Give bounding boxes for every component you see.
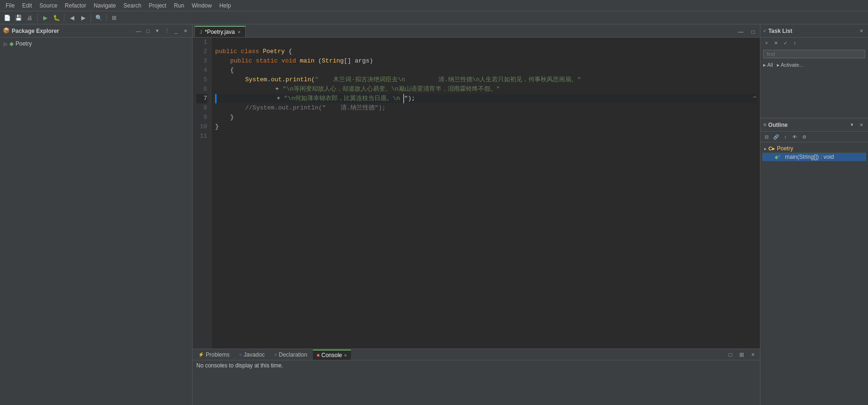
menu-refactor[interactable]: Refactor <box>61 1 90 10</box>
task-list-close-btn[interactable]: × <box>858 27 865 35</box>
ln-3: 3 <box>196 56 207 66</box>
toolbar-new[interactable]: 📄 <box>2 13 12 23</box>
bottom-min-btn[interactable]: □ <box>725 350 736 360</box>
code-line-3: public static void main ( String [] args… <box>215 56 756 66</box>
pkg-maximize-btn[interactable]: □ <box>144 27 152 35</box>
outline-filter-btn[interactable]: ⚙ <box>800 132 808 141</box>
task-del-btn[interactable]: ✕ <box>772 39 780 47</box>
outline-hide-btn[interactable]: 👁 <box>790 132 799 141</box>
main-layout: 📦 Package Explorer — □ ▾ ⋮ _ × ▷ ◆ Poetr… <box>0 24 868 405</box>
system-class: System <box>245 75 267 85</box>
task-list-title: Task List <box>768 28 856 34</box>
param-args: args <box>355 56 369 66</box>
task-find-input[interactable] <box>763 50 865 58</box>
comment-line8: //System.out.println(" 清.纳兰性德"); <box>245 103 386 113</box>
menu-navigate[interactable]: Navigate <box>90 1 119 10</box>
right-panel: ✓ Task List × + ✕ ✓ ↕ ▸ All ▸ Activate..… <box>760 24 868 405</box>
tab-close-btn[interactable]: × <box>238 29 240 35</box>
task-list-panel: ✓ Task List × + ✕ ✓ ↕ ▸ All ▸ Activate..… <box>760 24 868 118</box>
line-numbers: 1 2 3 4 5 6 7 8 9 10 11 <box>193 38 211 349</box>
cursor-bar <box>400 94 404 103</box>
pkg-minimize-btn[interactable]: — <box>135 27 142 35</box>
task-check-btn[interactable]: ✓ <box>781 39 790 47</box>
filter-activate[interactable]: ▸ Activate... <box>777 62 804 68</box>
menu-project[interactable]: Project <box>145 1 170 10</box>
toolbar-forward[interactable]: ▶ <box>78 13 88 23</box>
bottom-controls: □ ⊞ × <box>725 350 758 360</box>
pkg-menu-btn[interactable]: ▾ <box>154 27 161 35</box>
bottom-tabs: ⚡ Problems ○ Javadoc ○ Declaration ■ Con… <box>193 349 760 360</box>
pkg-view-menu-btn[interactable]: ⋮ <box>163 27 170 35</box>
string-line7: "\n何如薄幸锦衣郎，比翼连枝当日愿。\n <box>284 94 400 103</box>
tab-javadoc[interactable]: ○ Javadoc <box>235 350 269 360</box>
bottom-close-btn[interactable]: × <box>748 350 758 360</box>
outline-link-btn[interactable]: 🔗 <box>772 132 780 141</box>
package-explorer-content: ▷ ◆ Poetry <box>0 38 192 405</box>
closing-paren: "); <box>404 94 415 103</box>
tab-console[interactable]: ■ Console × <box>313 350 351 360</box>
kw-public: public <box>215 47 241 56</box>
code-line-2: public class Poetry { <box>215 47 756 56</box>
tree-label-poetry: Poetry <box>16 40 32 47</box>
problems-icon: ⚡ <box>198 352 204 357</box>
javadoc-label: Javadoc <box>244 351 265 358</box>
editor-tabs: J *Poetry.java × — □ <box>193 24 760 38</box>
task-list-header: ✓ Task List × <box>760 24 868 38</box>
toolbar: 📄 💾 🖨 ▶ 🐛 ◀ ▶ 🔍 ⊞ <box>0 11 868 24</box>
menu-window[interactable]: Window <box>188 1 216 10</box>
ln-10: 10 <box>196 122 207 132</box>
task-add-btn[interactable]: + <box>762 39 771 47</box>
code-line-9: } <box>215 113 756 122</box>
outline-method-main[interactable]: ◆* main(String[]) : void <box>762 153 866 161</box>
console-icon: ■ <box>317 352 319 358</box>
declaration-label: Declaration <box>279 351 307 358</box>
menu-source[interactable]: Source <box>36 1 61 10</box>
console-close-btn[interactable]: × <box>344 352 347 358</box>
toolbar-sep-2 <box>64 14 64 22</box>
menu-run[interactable]: Run <box>170 1 188 10</box>
console-content: No consoles to display at this time. <box>193 360 760 405</box>
tab-declaration[interactable]: ○ Declaration <box>270 350 311 360</box>
outline-menu-btn[interactable]: ▾ <box>848 121 856 129</box>
tab-minimize-btn[interactable]: — <box>736 27 746 37</box>
ln-2: 2 <box>196 47 207 56</box>
menu-help[interactable]: Help <box>216 1 235 10</box>
tree-item-poetry[interactable]: ▷ ◆ Poetry <box>2 39 190 48</box>
kw-class: class <box>241 47 263 56</box>
menu-file[interactable]: File <box>2 1 18 10</box>
filter-all[interactable]: ▸ All <box>763 62 773 68</box>
brace-open-2: { <box>230 66 234 75</box>
outline-collapse-btn[interactable]: ⊟ <box>762 132 771 141</box>
outline-close-btn[interactable]: × <box>858 121 865 129</box>
toolbar-print[interactable]: 🖨 <box>24 13 35 23</box>
toolbar-save[interactable]: 💾 <box>13 13 23 23</box>
bottom-max-btn[interactable]: ⊞ <box>736 350 747 360</box>
toolbar-back[interactable]: ◀ <box>67 13 77 23</box>
tab-maximize-btn[interactable]: □ <box>748 27 758 37</box>
pkg-close-btn[interactable]: × <box>182 27 189 35</box>
task-sort-btn[interactable]: ↕ <box>790 39 799 47</box>
toolbar-search[interactable]: 🔍 <box>93 13 104 23</box>
plus-1: + <box>275 85 283 94</box>
outline-sort-btn[interactable]: ↕ <box>781 132 790 141</box>
brace-open: { <box>288 47 292 56</box>
type-string: String <box>322 56 344 66</box>
outline-class-poetry[interactable]: ▸ C▸ Poetry <box>762 144 866 153</box>
menu-search[interactable]: Search <box>120 1 145 10</box>
outline-header: ≡ Outline ▾ × <box>760 118 868 132</box>
toolbar-debug[interactable]: 🐛 <box>51 13 62 23</box>
kw-public-2: public <box>230 56 256 66</box>
class-name-poetry: Poetry <box>263 47 288 56</box>
ln-5: 5 <box>196 75 207 85</box>
editor-tab-poetry[interactable]: J *Poetry.java × <box>194 26 246 37</box>
pkg-minimize2-btn[interactable]: _ <box>172 27 180 35</box>
code-content[interactable]: public class Poetry { public static void… <box>211 38 760 349</box>
toolbar-maximize[interactable]: ⊞ <box>109 13 119 23</box>
menu-edit[interactable]: Edit <box>18 1 36 10</box>
toolbar-run[interactable]: ▶ <box>40 13 50 23</box>
ln-4: 4 <box>196 66 207 75</box>
code-editor[interactable]: 1 2 3 4 5 6 7 8 9 10 11 public class <box>193 38 760 349</box>
code-line-4: { <box>215 66 756 75</box>
tab-problems[interactable]: ⚡ Problems <box>194 350 233 360</box>
package-explorer-header: 📦 Package Explorer — □ ▾ ⋮ _ × <box>0 24 192 38</box>
